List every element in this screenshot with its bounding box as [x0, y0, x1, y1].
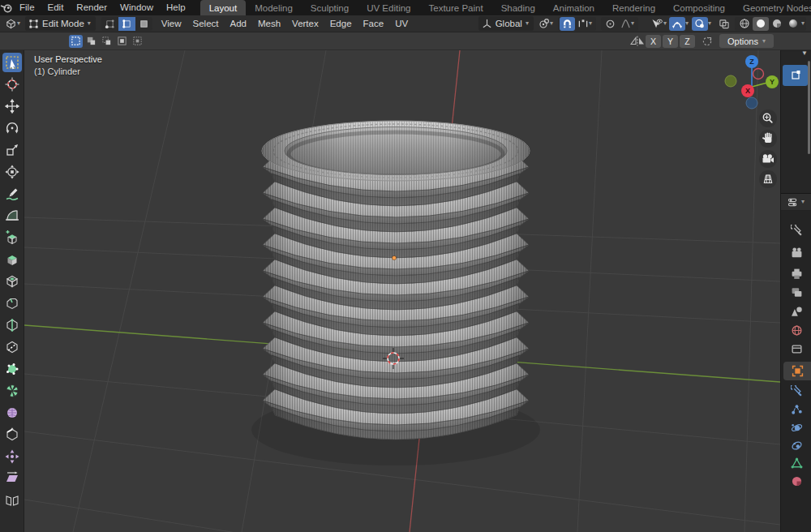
tool-shear[interactable] — [2, 469, 22, 488]
select-option-set-button[interactable] — [69, 35, 83, 48]
menu-window[interactable]: Window — [114, 0, 160, 15]
gizmo-axis-z[interactable]: Z — [745, 55, 758, 68]
shading-rendered-button[interactable] — [785, 17, 801, 31]
overlays-dropdown-chevron[interactable]: ▾ — [708, 20, 711, 27]
proportional-editing-button[interactable] — [603, 17, 618, 31]
tool-transform[interactable] — [2, 162, 22, 182]
mirror-z-button[interactable]: Z — [680, 35, 695, 48]
tool-shrink-fatten[interactable] — [2, 447, 22, 466]
show-overlays-button[interactable] — [692, 17, 708, 31]
tool-measure[interactable] — [2, 206, 22, 225]
select-option-invert-button[interactable] — [115, 35, 129, 48]
workspace-tab-sculpting[interactable]: Sculpting — [302, 0, 358, 15]
properties-tab-view-layer[interactable] — [781, 283, 811, 302]
workspace-tab-rendering[interactable]: Rendering — [603, 0, 664, 15]
workspace-tab-animation[interactable]: Animation — [544, 0, 603, 15]
collection-disclosure-icon[interactable]: ▼ — [801, 49, 808, 57]
shading-solid-button[interactable] — [753, 17, 769, 31]
properties-tab-world[interactable] — [781, 321, 811, 340]
tool-loop-cut[interactable] — [2, 315, 22, 335]
menu-select[interactable]: Select — [187, 19, 225, 28]
shading-wireframe-button[interactable] — [736, 17, 753, 31]
tool-annotate[interactable] — [2, 184, 22, 204]
workspace-tab-compositing[interactable]: Compositing — [664, 0, 734, 15]
properties-tab-collection[interactable] — [781, 340, 811, 358]
properties-tab-physics[interactable] — [781, 418, 811, 437]
menu-file[interactable]: File — [13, 0, 41, 15]
snap-symmetry-button[interactable] — [700, 35, 714, 48]
properties-tab-particles[interactable] — [781, 401, 811, 419]
workspace-tab-geometry-nodes[interactable]: Geometry Nodes — [734, 0, 811, 15]
workspace-tab-shading[interactable]: Shading — [492, 0, 544, 15]
select-option-extend-button[interactable] — [84, 35, 98, 48]
snap-toggle-button[interactable] — [560, 17, 575, 31]
tool-select-box[interactable] — [2, 53, 22, 72]
tool-rip-region[interactable] — [2, 491, 22, 510]
viewport-3d[interactable]: Z Y X — [24, 50, 780, 532]
select-option-intersect-button[interactable] — [131, 35, 144, 48]
properties-tab-output[interactable] — [781, 264, 811, 283]
pan-hand-button[interactable] — [759, 130, 777, 148]
falloff-dropdown[interactable]: ▾ — [618, 17, 637, 31]
toggle-perspective-button[interactable] — [759, 170, 777, 188]
face-select-button[interactable] — [135, 17, 152, 31]
select-option-subtract-button[interactable] — [100, 35, 114, 48]
toggle-xray-button[interactable] — [716, 17, 732, 31]
tool-cursor[interactable] — [2, 75, 22, 94]
workspace-tab-layout[interactable]: Layout — [200, 0, 247, 15]
object-type-visibility-button[interactable]: ▾ — [649, 17, 669, 31]
mirror-x-button[interactable]: X — [646, 35, 661, 48]
properties-header[interactable]: ▾ — [781, 194, 811, 211]
tool-rotate[interactable] — [2, 118, 22, 138]
properties-tab-object-data[interactable] — [781, 454, 811, 473]
properties-tab-tool[interactable] — [781, 221, 811, 240]
gizmo-axis-neg-y[interactable] — [725, 75, 736, 87]
workspace-tab-modeling[interactable]: Modeling — [246, 0, 302, 15]
menu-edge[interactable]: Edge — [324, 19, 358, 28]
gizmo-axis-neg-x[interactable] — [753, 69, 764, 79]
menu-face[interactable]: Face — [358, 19, 390, 28]
menu-mesh[interactable]: Mesh — [252, 19, 286, 28]
zoom-button[interactable] — [759, 109, 777, 127]
snap-target-button[interactable]: ▾ — [575, 17, 594, 31]
tool-bevel[interactable] — [2, 294, 22, 313]
tool-poly-build[interactable] — [2, 359, 22, 379]
outliner-scrollbar[interactable] — [808, 61, 810, 154]
mirror-y-button[interactable]: Y — [663, 35, 678, 48]
tool-move[interactable] — [2, 97, 22, 116]
outliner-selected-object-row[interactable] — [783, 65, 808, 86]
options-dropdown[interactable]: Options ▾ — [719, 34, 774, 48]
menu-uv[interactable]: UV — [389, 19, 414, 28]
mode-dropdown[interactable]: Edit Mode ▾ — [25, 16, 96, 31]
tool-smooth[interactable] — [2, 403, 22, 423]
camera-view-button[interactable] — [759, 150, 777, 168]
blender-logo-icon[interactable] — [0, 2, 13, 14]
tool-inset-faces[interactable] — [2, 272, 22, 291]
menu-help[interactable]: Help — [160, 0, 192, 15]
show-gizmo-button[interactable] — [669, 17, 685, 31]
editor-type-button[interactable]: ▾ — [2, 17, 23, 31]
shading-dropdown-chevron[interactable]: ▾ — [801, 20, 805, 27]
gizmo-axis-y[interactable]: Y — [766, 75, 779, 88]
gizmo-axis-x[interactable]: X — [741, 84, 754, 97]
properties-tab-material[interactable] — [781, 472, 811, 491]
properties-tab-render[interactable] — [781, 243, 811, 262]
menu-vertex[interactable]: Vertex — [286, 19, 324, 28]
vertex-select-button[interactable] — [101, 17, 118, 31]
gizmo-axis-neg-z[interactable] — [746, 97, 757, 109]
pivot-point-button[interactable]: ▾ — [536, 17, 556, 31]
menu-add[interactable]: Add — [225, 19, 252, 28]
shading-material-button[interactable] — [769, 17, 785, 31]
navigation-gizmo[interactable]: Z Y X — [725, 55, 779, 109]
workspace-tab-texture-paint[interactable]: Texture Paint — [420, 0, 492, 15]
properties-tab-modifiers[interactable] — [781, 382, 811, 401]
properties-tab-constraints[interactable] — [781, 436, 811, 455]
tool-scale[interactable] — [2, 140, 22, 160]
properties-tab-scene[interactable] — [781, 302, 811, 321]
tool-knife[interactable] — [2, 337, 22, 357]
menu-view[interactable]: View — [156, 19, 187, 28]
edge-select-button[interactable] — [118, 17, 135, 31]
tool-extrude-region[interactable] — [2, 250, 22, 269]
transform-orientation-dropdown[interactable]: Global ▾ — [478, 16, 534, 31]
menu-render[interactable]: Render — [70, 0, 114, 15]
